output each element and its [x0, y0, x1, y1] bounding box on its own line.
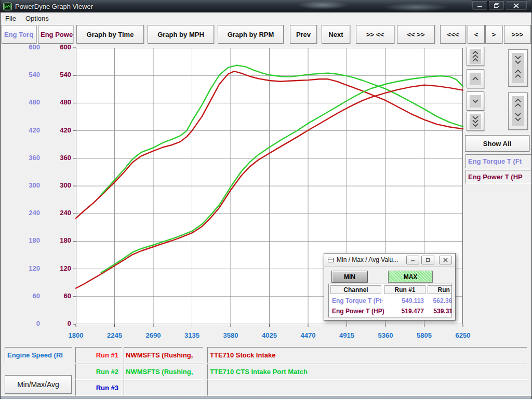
minimize-icon: [477, 3, 483, 8]
restore-icon: [494, 3, 500, 8]
app-icon: [3, 3, 12, 10]
minimize-button[interactable]: [472, 1, 488, 10]
run1-file-box[interactable]: NWMSFTS (Rushing,: [124, 347, 203, 363]
chevron-triple-down-button[interactable]: [467, 112, 484, 131]
chevron-triple-up-button[interactable]: [467, 47, 484, 66]
run1-file: NWMSFTS (Rushing,: [126, 351, 193, 359]
scroll-left-button[interactable]: <: [468, 25, 485, 44]
power-row-run1-max: 519.477: [384, 308, 424, 315]
rpm-tick-2690: 2690: [137, 331, 169, 339]
rpm-tick-1800: 1800: [60, 331, 92, 339]
expand-vertical-icon: [512, 96, 524, 126]
run2-file-box[interactable]: NWMSFTS (Rushing,: [124, 364, 203, 380]
run2-file: NWMSFTS (Rushing,: [126, 368, 193, 376]
run3-label: Run #3: [96, 384, 118, 392]
power-tick-180: 180: [41, 236, 71, 244]
column-header-run1: Run #1: [384, 285, 425, 294]
torque-row-run1-max: 549.113: [384, 297, 424, 305]
minmax-dialog-titlebar[interactable]: Min / Max / Avg Valu...: [324, 254, 455, 267]
torque-tick-300: 300: [10, 181, 40, 189]
torque-row-channel: Eng Torque T (Ft-: [332, 297, 383, 305]
min-button[interactable]: MIN: [331, 271, 368, 283]
graph-by-rpm-button[interactable]: Graph by RPM: [218, 25, 284, 44]
curve-run2-torque: [101, 65, 463, 195]
torque-channel-button[interactable]: Eng Torq: [2, 25, 36, 44]
run3-file-box[interactable]: [124, 380, 203, 396]
power-tick-360: 360: [41, 154, 71, 162]
scroll-far-left-button[interactable]: <<<: [440, 25, 466, 44]
zoom-out-x-button[interactable]: << >>: [397, 25, 435, 44]
dialog-close-button[interactable]: [439, 256, 452, 264]
graph-by-mph-button[interactable]: Graph by MPH: [148, 25, 214, 44]
power-tick-60: 60: [41, 292, 71, 300]
run1-comment-box[interactable]: TTE710 Stock Intake: [207, 347, 527, 363]
rpm-tick-5805: 5805: [408, 331, 441, 339]
menu-bar: File Options: [1, 12, 532, 24]
dialog-close-icon: [443, 258, 448, 262]
torque-tick-480: 480: [10, 98, 40, 106]
torque-tick-120: 120: [10, 264, 40, 272]
torque-row-run2-max: 562.362: [428, 297, 452, 305]
column-header-run2: Run #2: [428, 285, 452, 294]
restore-button[interactable]: [488, 1, 504, 10]
power-tick-540: 540: [41, 71, 71, 78]
dialog-minimize-button[interactable]: [406, 256, 419, 264]
title-bar: PowerDyne Graph Viewer: [1, 0, 532, 12]
rpm-tick-3580: 3580: [215, 331, 247, 339]
prev-button[interactable]: Prev: [290, 25, 317, 44]
max-button[interactable]: MAX: [388, 271, 433, 283]
run1-comment: TTE710 Stock Intake: [210, 351, 275, 359]
torque-tick-420: 420: [10, 126, 40, 134]
menu-file[interactable]: File: [1, 14, 21, 23]
power-tick-420: 420: [41, 126, 71, 134]
menu-options[interactable]: Options: [21, 14, 54, 23]
power-tick-0: 0: [41, 320, 71, 327]
run2-comment-box[interactable]: TTE710 CTS Intake Port Match: [207, 364, 527, 380]
rpm-tick-4915: 4915: [331, 331, 363, 339]
graph-by-time-button[interactable]: Graph by Time: [76, 25, 144, 44]
power-row-run2-max: 539.311: [428, 308, 452, 315]
window-bottom-border: [1, 396, 532, 399]
torque-legend-label: Eng Torque T (Ft: [468, 157, 522, 165]
close-icon: [513, 3, 519, 8]
power-tick-300: 300: [41, 181, 71, 189]
zoom-in-x-button[interactable]: >> <<: [356, 25, 394, 44]
next-button[interactable]: Next: [322, 25, 350, 44]
column-header-channel: Channel: [330, 285, 381, 294]
run3-comment-box[interactable]: [207, 380, 527, 396]
run1-label-box: Run #1: [75, 347, 122, 363]
run2-comment: TTE710 CTS Intake Port Match: [210, 368, 308, 376]
curve-run2-power: [101, 76, 463, 273]
power-channel-button[interactable]: Eng Powe: [38, 25, 73, 44]
scroll-right-button[interactable]: >: [485, 25, 502, 44]
power-legend-box[interactable]: Eng Power T (HP: [466, 170, 531, 184]
expand-vertical-button[interactable]: [508, 92, 528, 130]
dialog-restore-icon: [425, 258, 430, 262]
show-all-button[interactable]: Show All: [465, 135, 529, 152]
chevron-down-button[interactable]: [467, 91, 484, 111]
torque-legend-box[interactable]: Eng Torque T (Ft: [466, 154, 531, 168]
window-title: PowerDyne Graph Viewer: [15, 3, 93, 10]
scroll-far-right-button[interactable]: >>>: [504, 25, 531, 44]
power-tick-480: 480: [41, 98, 71, 106]
power-tick-600: 600: [41, 43, 71, 51]
torque-tick-540: 540: [10, 71, 40, 78]
dialog-minimize-icon: [410, 258, 415, 262]
minmax-table: Channel Run #1 Run #2 Eng Torque T (Ft- …: [328, 284, 452, 317]
rpm-tick-4470: 4470: [292, 331, 324, 339]
rpm-tick-6250: 6250: [447, 331, 479, 339]
power-legend-label: Eng Power T (HP: [468, 173, 523, 181]
x-channel-box[interactable]: Engine Speed (RI: [5, 347, 72, 363]
power-tick-120: 120: [41, 264, 71, 272]
chevron-triple-up-icon: [470, 49, 481, 64]
powerdyne-window: PowerDyne Graph Viewer File Options: [0, 0, 532, 399]
torque-tick-600: 600: [10, 43, 40, 51]
chevron-triple-down-icon: [470, 114, 481, 129]
chevron-up-button[interactable]: [467, 69, 484, 88]
torque-tick-240: 240: [10, 209, 40, 217]
close-button[interactable]: [505, 1, 527, 10]
minmaxavg-button[interactable]: Min/Max/Avg: [5, 375, 72, 394]
run2-label: Run #2: [96, 368, 118, 376]
collapse-vertical-button[interactable]: [508, 49, 528, 87]
dialog-restore-button[interactable]: [421, 256, 434, 264]
